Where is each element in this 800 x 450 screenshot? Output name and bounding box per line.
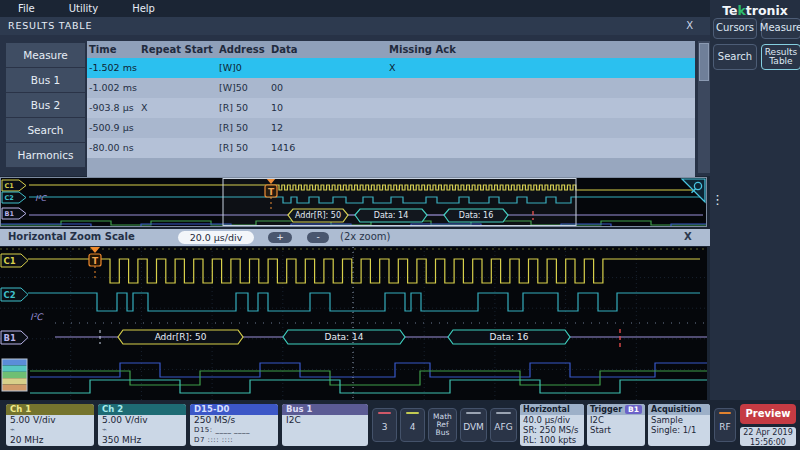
tab-bus-1[interactable]: Bus 1 bbox=[6, 68, 85, 93]
trigger-title: Trigger bbox=[590, 404, 622, 415]
channel-badge-label: C2 bbox=[4, 290, 16, 300]
zoom-box[interactable] bbox=[223, 179, 576, 226]
table-cell: 12 bbox=[269, 118, 387, 138]
column-header-address: Address bbox=[217, 41, 269, 58]
sidebar-button-measure[interactable]: Measure bbox=[761, 18, 800, 39]
badge-label: Math Ref Bus bbox=[429, 409, 456, 441]
menu-file[interactable]: File bbox=[18, 3, 35, 14]
sidebar-button-results-table[interactable]: Results Table bbox=[761, 44, 800, 70]
table-cell: 00 bbox=[269, 78, 387, 98]
badge-math-ref-bus[interactable]: Math Ref Bus bbox=[428, 408, 457, 442]
trigger-type: I2C bbox=[587, 415, 645, 425]
table-cell bbox=[387, 78, 695, 98]
menu-bar: File Utility Help bbox=[0, 0, 710, 16]
digital-badge-d15-d0[interactable]: D15-D0 250 MS/s D15: ____ ____ D7 :::: :… bbox=[190, 404, 278, 446]
tab-search[interactable]: Search bbox=[6, 118, 85, 143]
table-cell: 1416 bbox=[269, 138, 387, 158]
waveform-overview[interactable]: Addr[R]: 50Data: 14Data: 16I²CTC1C2B1 bbox=[0, 177, 707, 227]
sidebar-button-search[interactable]: Search bbox=[713, 44, 757, 70]
acquisition-settings-panel[interactable]: Acquisition Sample Single: 1/1 bbox=[648, 404, 710, 446]
channel-badge-label: C1 bbox=[4, 256, 16, 266]
digital-group-badge-stripe bbox=[2, 378, 27, 384]
zoom-in-button[interactable]: + bbox=[268, 232, 292, 243]
bus-name-label: I²C bbox=[30, 312, 44, 322]
tab-bus-2[interactable]: Bus 2 bbox=[6, 93, 85, 118]
column-header-time: Time bbox=[87, 41, 139, 58]
menu-utility[interactable]: Utility bbox=[69, 3, 98, 14]
results-table-scrollbar[interactable] bbox=[698, 41, 710, 173]
tab-harmonics[interactable]: Harmonics bbox=[6, 143, 85, 168]
channel-badge-label: B1 bbox=[5, 210, 15, 218]
digital-d15-states: D15: ____ ____ bbox=[190, 425, 278, 435]
bus1-badge[interactable]: Bus 1 I2C bbox=[282, 404, 368, 446]
table-cell bbox=[139, 78, 217, 98]
trigger-position-arrow[interactable] bbox=[90, 247, 100, 253]
bus-decode-label: Data: 14 bbox=[325, 332, 364, 342]
table-cell: [W]50 bbox=[217, 78, 269, 98]
horizontal-title: Horizontal bbox=[523, 404, 570, 415]
badge-3[interactable]: 3 bbox=[372, 408, 397, 442]
tab-measure[interactable]: Measure bbox=[6, 43, 85, 68]
trigger-marker-label: T bbox=[92, 256, 99, 266]
table-cell: 10 bbox=[269, 98, 387, 118]
digital-label: D15-D0 bbox=[190, 404, 278, 415]
results-table-panel: RESULTS TABLE X MeasureBus 1Bus 2SearchH… bbox=[0, 17, 710, 176]
zoom-out-button[interactable]: - bbox=[307, 232, 329, 243]
table-row[interactable]: -1.002 ms[W]5000 bbox=[87, 78, 695, 98]
results-table-rows: -1.502 ms[W]0X-1.002 ms[W]5000-903.8 µsX… bbox=[87, 58, 695, 158]
table-cell: [R] 50 bbox=[217, 98, 269, 118]
table-cell: -500.9 µs bbox=[87, 118, 139, 138]
ch2-scale: 5.00 V/div bbox=[98, 415, 186, 425]
horizontal-scale: 40.0 µs/div bbox=[520, 415, 584, 425]
panel-handle-icon[interactable]: ⋮ bbox=[711, 192, 724, 207]
table-cell: X bbox=[139, 98, 217, 118]
table-row[interactable]: -1.502 ms[W]0X bbox=[87, 58, 695, 78]
horizontal-settings-panel[interactable]: Horizontal 40.0 µs/div SR: 250 MS/s RL: … bbox=[520, 404, 584, 446]
ch1-label: Ch 1 bbox=[6, 404, 94, 415]
table-cell bbox=[139, 138, 217, 158]
horizontal-record-length: RL: 100 kpts bbox=[520, 435, 584, 445]
badge-4[interactable]: 4 bbox=[400, 408, 425, 442]
acquisition-mode: Sample bbox=[648, 415, 710, 425]
badge-rf[interactable]: RF bbox=[714, 408, 736, 442]
horizontal-sample-rate: SR: 250 MS/s bbox=[520, 425, 584, 435]
waveform-trace bbox=[28, 259, 700, 283]
table-row[interactable]: -500.9 µs[R] 5012 bbox=[87, 118, 695, 138]
badge-dvm[interactable]: DVM bbox=[460, 408, 487, 442]
bus-name-label: I²C bbox=[35, 194, 48, 203]
sidebar-button-cursors[interactable]: Cursors bbox=[713, 18, 757, 39]
time-text: 15:56:00 bbox=[740, 438, 796, 448]
zoomed-waveform-view[interactable]: Addr[R]: 50Data: 14Data: 16I²CTC1C2B1 bbox=[0, 247, 707, 400]
results-panel-close-button[interactable]: X bbox=[686, 17, 694, 35]
digital-group-badge-stripe bbox=[2, 365, 27, 371]
preview-button[interactable]: Preview bbox=[740, 404, 796, 424]
badge-afg[interactable]: AFG bbox=[490, 408, 517, 442]
trigger-settings-panel[interactable]: TriggerB1 I2C Start bbox=[587, 404, 645, 446]
probe-icon: ⌁ bbox=[10, 425, 15, 434]
menu-help[interactable]: Help bbox=[132, 3, 155, 14]
digital-group-badge-stripe bbox=[2, 372, 27, 378]
zoom-scale-value[interactable]: 20.0 µs/div bbox=[178, 231, 254, 244]
table-cell: [W]0 bbox=[217, 58, 269, 78]
datetime-display: 22 Apr 2019 15:56:00 bbox=[740, 427, 796, 446]
results-table-header-row: TimeRepeat StartAddressDataMissing Ack bbox=[87, 41, 695, 58]
channel-badge-ch1[interactable]: Ch 1 5.00 V/div ⌁ 20 MHz bbox=[6, 404, 94, 446]
channel-badge-ch2[interactable]: Ch 2 5.00 V/div ⌁ 350 MHz bbox=[98, 404, 186, 446]
horizontal-zoom-scale-bar: Horizontal Zoom Scale 20.0 µs/div + - (2… bbox=[0, 229, 710, 246]
scrollbar-thumb[interactable] bbox=[699, 43, 709, 81]
trigger-condition: Start bbox=[587, 425, 645, 435]
zoom-close-button[interactable]: X bbox=[684, 231, 692, 242]
digital-group-badge-stripe bbox=[2, 359, 27, 365]
table-row[interactable]: -903.8 µsX[R] 5010 bbox=[87, 98, 695, 118]
table-row[interactable]: -80.00 ns[R] 501416 bbox=[87, 138, 695, 158]
table-cell bbox=[387, 118, 695, 138]
results-table-empty-area bbox=[87, 158, 695, 179]
badge-label: DVM bbox=[462, 414, 485, 441]
badge-label: 4 bbox=[409, 414, 417, 441]
badge-label: AFG bbox=[493, 414, 513, 441]
results-tab-list: MeasureBus 1Bus 2SearchHarmonics bbox=[6, 43, 85, 168]
channel-badge-label: C2 bbox=[5, 194, 14, 202]
table-cell: X bbox=[387, 58, 695, 78]
results-panel-header: RESULTS TABLE X bbox=[0, 17, 710, 35]
ch2-bandwidth: 350 MHz bbox=[98, 435, 186, 445]
